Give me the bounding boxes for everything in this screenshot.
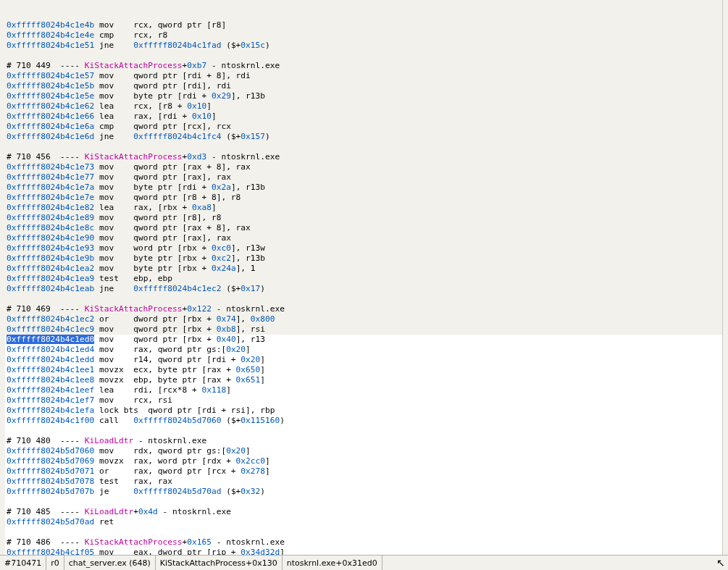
insn-mnemonic: test — [99, 477, 133, 486]
disassembly-pane[interactable]: 0xfffff8024b4c1e4b mov rcx, qword ptr [r… — [5, 0, 723, 556]
disasm-line[interactable]: 0xfffff8024b5d70ad ret — [5, 517, 722, 527]
disasm-line[interactable] — [5, 426, 722, 436]
disasm-line[interactable]: 0xfffff8024b4c1efa lock bts qword ptr [r… — [5, 406, 722, 416]
disasm-line[interactable]: 0xfffff8024b4c1e4e cmp rcx, r8 — [5, 30, 722, 41]
insn-literal: 0x20 — [240, 355, 260, 364]
insn-literal: 0x24a — [212, 264, 236, 273]
disasm-line[interactable]: 0xfffff8024b4c1eef lea rdi, [rcx*8 + 0x1… — [5, 385, 722, 395]
disasm-line[interactable]: 0xfffff8024b4c1ed0 mov qword ptr [rbx + … — [5, 335, 722, 345]
insn-mnemonic: test — [99, 274, 133, 283]
block-header-offset: 0xd3 — [187, 152, 206, 162]
disasm-line[interactable]: 0xfffff8024b4c1e73 mov qword ptr [rax + … — [5, 162, 722, 172]
insn-mnemonic: mov — [99, 223, 133, 232]
disasm-line[interactable]: 0xfffff8024b4c1ea2 mov byte ptr [rbx + 0… — [5, 264, 722, 274]
insn-literal: 0xb8 — [217, 324, 236, 334]
disasm-line[interactable]: 0xfffff8024b4c1e5b mov qword ptr [rdi], … — [5, 81, 722, 91]
disasm-line[interactable]: 0xfffff8024b4c1e77 mov qword ptr [rax], … — [5, 172, 722, 183]
insn-address: 0xfffff8024b4c1e90 — [7, 233, 94, 243]
disasm-line[interactable] — [5, 527, 722, 537]
disasm-line[interactable]: 0xfffff8024b4c1e93 mov word ptr [rbx + 0… — [5, 243, 722, 253]
disasm-line[interactable]: 0xfffff8024b4c1ee8 movzx ebp, byte ptr [… — [5, 375, 722, 385]
disasm-line[interactable]: 0xfffff8024b5d7071 or rax, qword ptr [rc… — [5, 466, 722, 477]
disasm-line[interactable] — [5, 142, 722, 152]
insn-mnemonic: lea — [99, 112, 133, 121]
disasm-line[interactable] — [5, 294, 722, 304]
disasm-line[interactable]: 0xfffff8024b4c1f00 call 0xfffff8024b5d70… — [5, 416, 722, 426]
disasm-line[interactable]: 0xfffff8024b4c1e8c mov qword ptr [rax + … — [5, 223, 722, 233]
insn-target-address[interactable]: 0xfffff8024b4c1fc4 — [133, 132, 221, 141]
insn-address: 0xfffff8024b4c1e82 — [7, 203, 94, 212]
disasm-line[interactable]: 0xfffff8024b4c1e82 lea rax, [rbx + 0xa8] — [5, 203, 722, 213]
insn-literal: 0x32 — [240, 487, 260, 496]
disasm-line[interactable]: 0xfffff8024b5d707b je 0xfffff8024b5d70ad… — [5, 487, 722, 497]
disasm-line[interactable]: 0xfffff8024b4c1ee1 movzx ecx, byte ptr [… — [5, 365, 722, 375]
insn-mnemonic: mov — [99, 324, 133, 334]
insn-mnemonic: mov — [99, 233, 133, 243]
cursor-arrow-icon: ↖ — [716, 557, 724, 569]
insn-mnemonic: call — [99, 416, 133, 425]
disasm-line[interactable]: # 710 485 ---- KiLoadLdtr+0x4d - ntoskrn… — [5, 507, 722, 517]
insn-target-address[interactable]: 0xfffff8024b5d70ad — [133, 487, 221, 496]
insn-address: 0xfffff8024b4c1ed0 — [7, 335, 94, 344]
disasm-line[interactable]: 0xfffff8024b4c1e90 mov qword ptr [rax], … — [5, 233, 722, 243]
disasm-line[interactable]: 0xfffff8024b4c1e7a mov byte ptr [rdi + 0… — [5, 183, 722, 193]
insn-address: 0xfffff8024b4c1e62 — [7, 101, 94, 111]
disasm-line[interactable]: 0xfffff8024b4c1ea9 test ebp, ebp — [5, 274, 722, 284]
insn-address: 0xfffff8024b4c1e5e — [7, 91, 94, 101]
disasm-line[interactable] — [5, 497, 722, 507]
disasm-line[interactable]: 0xfffff8024b4c1e7e mov qword ptr [r8 + 8… — [5, 193, 722, 203]
insn-address: 0xfffff8024b4c1e6d — [7, 132, 94, 141]
disasm-line[interactable]: 0xfffff8024b4c1e51 jne 0xfffff8024b4c1fa… — [5, 41, 722, 51]
disasm-line[interactable] — [5, 51, 722, 61]
block-header-symbol: KiStackAttachProcess — [85, 61, 183, 70]
disasm-line[interactable]: 0xfffff8024b4c1e6a cmp qword ptr [rcx], … — [5, 122, 722, 132]
insn-literal: 0x15c — [240, 41, 265, 50]
disasm-line[interactable]: 0xfffff8024b4c1ed4 mov rax, qword ptr gs… — [5, 345, 722, 355]
insn-address: 0xfffff8024b4c1edd — [7, 355, 94, 364]
disasm-line[interactable]: # 710 486 ---- KiStackAttachProcess+0x16… — [5, 537, 722, 548]
disasm-line[interactable]: 0xfffff8024b5d7069 movzx rax, word ptr [… — [5, 456, 722, 466]
insn-mnemonic: mov — [99, 172, 133, 182]
disasm-line[interactable]: 0xfffff8024b4c1eab jne 0xfffff8024b4c1ec… — [5, 284, 722, 294]
insn-target-address[interactable]: 0xfffff8024b4c1ec2 — [133, 284, 221, 293]
disasm-line[interactable]: 0xfffff8024b4c1e6d jne 0xfffff8024b4c1fc… — [5, 132, 722, 142]
insn-literal: 0x20 — [226, 345, 246, 354]
insn-mnemonic: or — [99, 314, 133, 324]
disasm-line[interactable]: 0xfffff8024b4c1ec9 mov qword ptr [rbx + … — [5, 324, 722, 335]
disasm-line[interactable]: 0xfffff8024b4c1e62 lea rcx, [r8 + 0x10] — [5, 101, 722, 112]
insn-mnemonic: mov — [99, 81, 133, 91]
block-header-tick: # 710 456 ---- — [7, 152, 85, 162]
insn-literal: 0x278 — [240, 466, 265, 476]
disasm-line[interactable]: 0xfffff8024b4c1e5e mov byte ptr [rdi + 0… — [5, 91, 722, 101]
disasm-line[interactable]: 0xfffff8024b4c1e4b mov rcx, qword ptr [r… — [5, 20, 722, 30]
disasm-line[interactable]: # 710 456 ---- KiStackAttachProcess+0xd3… — [5, 152, 722, 162]
insn-mnemonic: cmp — [99, 30, 133, 40]
insn-literal: 0xa8 — [192, 203, 212, 212]
block-header-module: ntoskrnl.exe — [226, 537, 285, 547]
insn-mnemonic: mov — [99, 446, 133, 456]
insn-mnemonic: mov — [99, 162, 133, 172]
insn-literal: 0x2a — [212, 183, 231, 192]
disasm-line[interactable]: 0xfffff8024b4c1e57 mov qword ptr [rdi + … — [5, 71, 722, 81]
insn-mnemonic: mov — [99, 193, 133, 202]
insn-target-address[interactable]: 0xfffff8024b5d7060 — [133, 416, 221, 425]
status-ring: r0 — [46, 556, 64, 570]
insn-target-address[interactable]: 0xfffff8024b4c1fad — [133, 41, 221, 50]
disasm-line[interactable]: 0xfffff8024b5d7078 test rax, rax — [5, 477, 722, 487]
disasm-line[interactable]: 0xfffff8024b4c1e66 lea rax, [rdi + 0x10] — [5, 112, 722, 122]
disasm-line[interactable]: # 710 449 ---- KiStackAttachProcess+0xb7… — [5, 61, 722, 71]
disasm-line[interactable]: 0xfffff8024b5d7060 mov rdx, qword ptr gs… — [5, 446, 722, 456]
block-header-offset: 0xb7 — [187, 61, 206, 70]
insn-mnemonic: lock bts — [99, 406, 148, 415]
block-header-symbol: KiStackAttachProcess — [85, 304, 183, 314]
disasm-line[interactable]: 0xfffff8024b4c1e9b mov byte ptr [rbx + 0… — [5, 253, 722, 264]
disasm-line[interactable]: 0xfffff8024b4c1edd mov r14, qword ptr [r… — [5, 355, 722, 365]
disasm-line[interactable]: 0xfffff8024b4c1ef7 mov rcx, rsi — [5, 395, 722, 406]
disasm-line[interactable]: 0xfffff8024b4c1ec2 or dword ptr [rbx + 0… — [5, 314, 722, 324]
disasm-line[interactable]: # 710 469 ---- KiStackAttachProcess+0x12… — [5, 304, 722, 314]
block-header-module: ntoskrnl.exe — [221, 61, 280, 70]
disasm-line[interactable]: 0xfffff8024b4c1e89 mov qword ptr [r8], r… — [5, 213, 722, 223]
insn-literal: 0x40 — [217, 335, 236, 344]
insn-address: 0xfffff8024b4c1e73 — [7, 162, 94, 172]
disasm-line[interactable]: # 710 480 ---- KiLoadLdtr - ntoskrnl.exe — [5, 436, 722, 446]
